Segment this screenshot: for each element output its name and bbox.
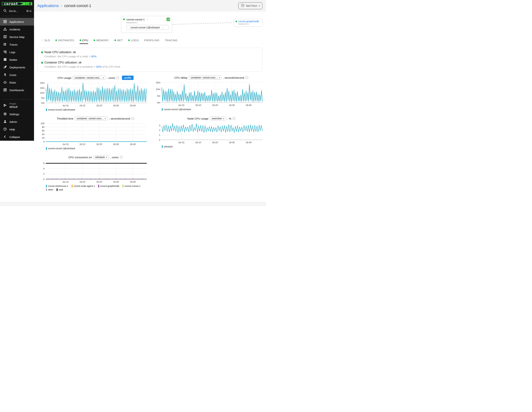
sidebar-item-applications[interactable]: Applications bbox=[0, 18, 34, 26]
legend-item-coroot-coroot-1-orbstack[interactable]: coroot-coroot-1@orbstack bbox=[162, 108, 191, 111]
series-selector-dropdown[interactable]: overview bbox=[210, 116, 226, 121]
sidebar-item-incidents[interactable]: Incidents bbox=[0, 26, 34, 33]
sidebar-item-admin[interactable]: Admin bbox=[0, 118, 34, 125]
breadcrumb-applications[interactable]: Applications bbox=[37, 3, 59, 8]
svg-text:16:30: 16:30 bbox=[113, 180, 119, 183]
chart-title: CPU delay bbox=[174, 76, 188, 79]
legend-item-coroot-coroot-1-orbstack[interactable]: coroot-coroot-1@orbstack bbox=[46, 147, 75, 150]
info-icon[interactable] bbox=[131, 117, 134, 120]
sidebar-item-service-map[interactable]: Service Map bbox=[0, 33, 34, 41]
sidebar-nav: ApplicationsIncidentsService MapTracesLo… bbox=[0, 18, 34, 94]
app-card-coroot-coroot-1[interactable]: coroot-coroot-1 :~# instances:1 coroot-c… bbox=[121, 16, 172, 33]
legend-item-total[interactable]: total bbox=[57, 188, 63, 191]
series-selector-dropdown[interactable]: container: coroot-coro... bbox=[75, 116, 108, 121]
upstream-app-link[interactable]: coroot-greptimedb bbox=[238, 20, 259, 23]
instance-coroot-coroot-1-orbstack[interactable]: coroot-coroot-1@orbstack bbox=[126, 25, 169, 30]
svg-text:5m: 5m bbox=[41, 97, 45, 99]
sidebar-item-traces[interactable]: Traces bbox=[0, 41, 34, 48]
svg-text:16:40: 16:40 bbox=[130, 104, 136, 107]
chart-cpu-delay: CPU delay container: coroot-coro... , se… bbox=[154, 75, 262, 111]
legend-item-orbstack[interactable]: orbstack bbox=[162, 145, 173, 148]
chart-unit: , cores bbox=[110, 156, 119, 159]
tab-logs[interactable]: LOGS bbox=[128, 39, 139, 43]
sidebar-item-costs[interactable]: $Costs bbox=[0, 71, 34, 79]
svg-text:$: $ bbox=[4, 73, 6, 76]
sidebar-item-help[interactable]: ?Help bbox=[0, 125, 34, 133]
info-icon[interactable] bbox=[120, 156, 123, 159]
kebab-menu-icon[interactable] bbox=[161, 26, 164, 29]
tab-instances[interactable]: INSTANCES bbox=[55, 39, 74, 43]
cpu-checks-card: Node CPU utilization: ok Condition: the … bbox=[38, 48, 262, 72]
chart-title: CPU consumers on bbox=[68, 156, 92, 159]
node-cpu-usage-plot: Jul 3116:1016:2016:3016:400123 bbox=[154, 122, 262, 144]
tab-memory[interactable]: MEMORY bbox=[94, 39, 109, 43]
svg-text:16:10: 16:10 bbox=[195, 104, 201, 106]
tab-profiling[interactable]: PROFILING bbox=[144, 39, 159, 43]
warning-icon bbox=[3, 27, 7, 31]
goto-search[interactable]: Go to... ⌘+k bbox=[3, 9, 31, 13]
legend-color-mark bbox=[162, 108, 163, 111]
info-icon[interactable] bbox=[245, 76, 248, 79]
kebab-menu-icon[interactable] bbox=[146, 18, 150, 21]
legend-item-coroot-coroot-1-orbstack[interactable]: coroot-coroot-1@orbstack bbox=[46, 108, 75, 111]
legend-item-coroot-node-agent-1[interactable]: coroot-node-agent-1 bbox=[72, 185, 95, 187]
sidebar-item-label: Traces bbox=[10, 43, 18, 46]
svg-text:16:20: 16:20 bbox=[96, 104, 102, 107]
cpu-usage-plot: Jul 3116:1016:2016:3016:400m5m10m15m20m bbox=[38, 81, 147, 108]
sidebar-item-logs[interactable]: Logs bbox=[0, 48, 34, 56]
legend-item-coroot-coroot-1[interactable]: coroot-coroot-1 bbox=[123, 185, 140, 187]
tab-cpu[interactable]: CPU bbox=[80, 39, 88, 44]
time-range-picker[interactable]: last hour bbox=[238, 2, 262, 9]
app-card-coroot-greptimedb[interactable]: coroot-greptimedb instances:1 bbox=[234, 19, 263, 27]
chart-unit: , cores bbox=[107, 76, 115, 79]
legend-item-coroot-greptimedb[interactable]: coroot-greptimedb bbox=[98, 185, 119, 187]
sidebar-item-settings[interactable]: Settings bbox=[0, 110, 34, 118]
info-icon[interactable] bbox=[116, 76, 119, 79]
legend-item-other[interactable]: other bbox=[46, 188, 53, 191]
tab-label: INSTANCES bbox=[58, 39, 74, 42]
svg-text:0: 0 bbox=[43, 178, 45, 181]
sidebar-item-label: Logs bbox=[10, 51, 15, 54]
tab-slo[interactable]: SLO bbox=[42, 39, 50, 43]
sidebar-item-label: Nodes bbox=[10, 58, 17, 61]
svg-text:16:30: 16:30 bbox=[229, 141, 235, 144]
sidebar-item-nodes[interactable]: Nodes bbox=[0, 56, 34, 64]
tab-tracing[interactable]: TRACING bbox=[165, 39, 178, 43]
condition-threshold[interactable]: 80% bbox=[96, 65, 102, 68]
profile-button[interactable]: profile bbox=[122, 75, 133, 80]
series-selector-dropdown[interactable]: container: coroot-coro... bbox=[189, 75, 222, 80]
coroot-app: coroot :~# Go to... ⌘+k ApplicationsInci… bbox=[0, 0, 266, 206]
sidebar-item-dashboards[interactable]: Dashboards bbox=[0, 86, 34, 94]
svg-text:Jul 31: Jul 31 bbox=[62, 104, 69, 107]
selector-value: container: coroot-coro... bbox=[77, 117, 104, 120]
sidebar-item-collapse[interactable]: Collapse bbox=[0, 133, 34, 141]
top-bar: Applications › coroot-coroot-1 last hour bbox=[34, 0, 266, 12]
sidebar: coroot :~# Go to... ⌘+k ApplicationsInci… bbox=[0, 0, 34, 141]
series-selector-dropdown[interactable]: container: coroot-coro... bbox=[73, 76, 106, 80]
check-title: Container CPU utilization: ok bbox=[45, 61, 82, 64]
info-icon[interactable] bbox=[233, 117, 235, 120]
breadcrumb-separator: › bbox=[61, 4, 62, 8]
chart-unit: , seconds/second bbox=[109, 117, 130, 120]
terminal-badge[interactable]: :~# bbox=[166, 18, 170, 21]
sidebar-item-deployments[interactable]: Deployments bbox=[0, 64, 34, 71]
legend-label: coroot-coroot-1@orbstack bbox=[48, 147, 75, 150]
sidebar-item-label: Admin bbox=[10, 120, 17, 123]
tab-net[interactable]: NET bbox=[114, 39, 123, 43]
legend-label: coroot-coroot-1@orbstack bbox=[48, 108, 75, 111]
legend-color-mark bbox=[162, 145, 163, 148]
condition-text: Condition: the CPU usage of a node > bbox=[45, 55, 91, 58]
chart-unit: , % bbox=[227, 117, 231, 120]
svg-text:Jul 31: Jul 31 bbox=[62, 143, 69, 146]
sidebar-item-label: Incidents bbox=[10, 28, 20, 31]
legend-item-coroot-clickhouse-1[interactable]: coroot-clickhouse-1 bbox=[46, 185, 68, 187]
check-condition: Condition: the CPU usage of a container … bbox=[45, 65, 259, 68]
sidebar-footer-nav: SettingsAdmin?HelpCollapse bbox=[0, 110, 34, 141]
check-container-cpu: Container CPU utilization: ok Condition:… bbox=[41, 61, 259, 68]
legend-color-mark bbox=[98, 185, 99, 187]
sidebar-item-project[interactable]: Project default bbox=[0, 101, 34, 110]
sidebar-item-risks[interactable]: Risks bbox=[0, 79, 34, 86]
series-selector-dropdown[interactable]: orbstack bbox=[93, 155, 109, 159]
tab-label: TRACING bbox=[165, 39, 178, 42]
condition-threshold[interactable]: 80% bbox=[91, 55, 96, 58]
